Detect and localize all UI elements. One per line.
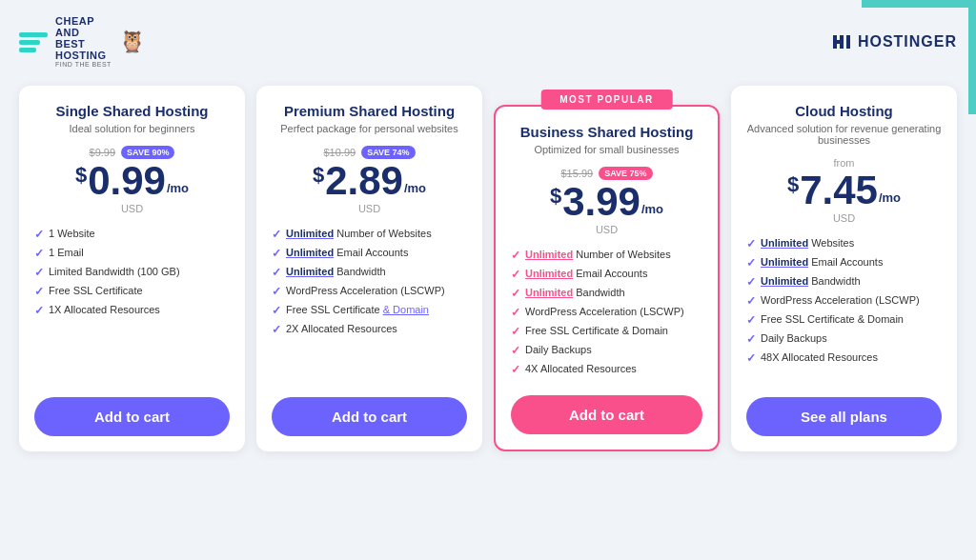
price-usd-cloud: USD xyxy=(746,212,942,224)
features-premium: ✓Unlimited Number of Websites ✓Unlimited… xyxy=(272,228,467,384)
original-price-premium: $10.99 xyxy=(323,147,356,158)
features-business: ✓Unlimited Number of Websites ✓Unlimited… xyxy=(511,249,702,382)
price-number-cloud: 7.45 xyxy=(800,170,878,210)
header: CHEAP AND BEST HOSTING FIND THE BEST 🦉 H… xyxy=(19,15,957,69)
price-usd-business: USD xyxy=(511,224,702,235)
add-to-cart-button-business[interactable]: Add to cart xyxy=(511,395,702,434)
plan-name-premium: Premium Shared Hosting xyxy=(272,103,467,119)
feature-item: ✓Unlimited Bandwidth xyxy=(272,266,467,279)
check-icon: ✓ xyxy=(34,228,44,241)
features-single: ✓1 Website ✓1 Email ✓Limited Bandwidth (… xyxy=(34,228,230,384)
price-mo-single: /mo xyxy=(167,181,189,201)
price-dollar-premium: $ xyxy=(313,165,324,186)
plan-name-business: Business Shared Hosting xyxy=(511,124,702,140)
check-icon: ✓ xyxy=(34,247,44,260)
feature-item: ✓Unlimited Bandwidth xyxy=(511,287,702,300)
check-icon: ✓ xyxy=(746,256,756,270)
hostinger-h-icon xyxy=(831,31,852,52)
plan-card-cloud: Cloud Hosting Advanced solution for reve… xyxy=(731,86,957,451)
plan-card-business: MOST POPULAR Business Shared Hosting Opt… xyxy=(494,105,720,451)
feature-item: ✓2X Allocated Resources xyxy=(272,323,467,336)
logo-area: CHEAP AND BEST HOSTING FIND THE BEST 🦉 xyxy=(19,15,145,69)
see-all-plans-button-cloud[interactable]: See all plans xyxy=(746,397,942,436)
plans-grid: Single Shared Hosting Ideal solution for… xyxy=(19,86,957,451)
pricing-premium: $10.99 SAVE 74% $ 2.89 /mo USD xyxy=(272,146,467,214)
check-icon: ✓ xyxy=(511,287,520,300)
feature-item: ✓48X Allocated Resources xyxy=(746,351,942,365)
plan-card-single: Single Shared Hosting Ideal solution for… xyxy=(19,86,245,451)
check-icon: ✓ xyxy=(746,294,756,308)
feature-item: ✓4X Allocated Resources xyxy=(511,363,702,376)
svg-rect-2 xyxy=(833,40,844,44)
check-icon: ✓ xyxy=(511,268,520,281)
check-icon: ✓ xyxy=(746,275,756,289)
price-number-business: 3.99 xyxy=(562,182,640,222)
pricing-cloud: from $ 7.45 /mo USD xyxy=(746,157,942,224)
check-icon: ✓ xyxy=(746,332,756,346)
check-icon: ✓ xyxy=(511,249,520,262)
feature-item: ✓Free SSL Certificate & Domain xyxy=(511,325,702,338)
svg-rect-3 xyxy=(846,35,850,49)
save-badge-premium: SAVE 74% xyxy=(361,146,415,159)
price-usd-single: USD xyxy=(34,203,230,214)
most-popular-badge: MOST POPULAR xyxy=(540,90,673,110)
price-mo-business: /mo xyxy=(641,202,663,222)
check-icon: ✓ xyxy=(746,351,756,365)
save-badge-single: SAVE 90% xyxy=(121,146,174,159)
logo-lines-icon xyxy=(19,32,48,52)
price-dollar-business: $ xyxy=(550,186,561,207)
feature-item: ✓Unlimited Email Accounts xyxy=(272,247,467,260)
check-icon: ✓ xyxy=(511,306,520,319)
features-cloud: ✓Unlimited Websites ✓Unlimited Email Acc… xyxy=(746,237,942,384)
price-number-premium: 2.89 xyxy=(325,161,403,201)
plan-name-single: Single Shared Hosting xyxy=(34,103,230,119)
price-usd-premium: USD xyxy=(272,203,467,214)
hostinger-logo: HOSTINGER xyxy=(831,31,957,52)
feature-item: ✓Unlimited Number of Websites xyxy=(511,249,702,262)
check-icon: ✓ xyxy=(34,266,44,279)
owl-icon: 🦉 xyxy=(119,30,145,54)
feature-item: ✓Free SSL Certificate & Domain xyxy=(746,313,942,327)
brand-text: CHEAP AND BEST HOSTING FIND THE BEST xyxy=(55,15,112,69)
feature-item: ✓1 Email xyxy=(34,247,230,260)
feature-item: ✓Unlimited Number of Websites xyxy=(272,228,467,241)
check-icon: ✓ xyxy=(511,363,520,376)
feature-item: ✓Limited Bandwidth (100 GB) xyxy=(34,266,230,279)
feature-item: ✓Unlimited Email Accounts xyxy=(746,256,942,270)
check-icon: ✓ xyxy=(272,304,281,317)
price-dollar-single: $ xyxy=(75,165,87,186)
original-price-business: $15.99 xyxy=(560,168,593,179)
original-price-single: $9.99 xyxy=(90,147,116,158)
feature-item: ✓Unlimited Email Accounts xyxy=(511,268,702,281)
check-icon: ✓ xyxy=(511,344,520,357)
pricing-single: $9.99 SAVE 90% $ 0.99 /mo USD xyxy=(34,146,230,214)
feature-item: ✓Unlimited Bandwidth xyxy=(746,275,942,289)
feature-item: ✓WordPress Acceleration (LSCWP) xyxy=(272,285,467,298)
check-icon: ✓ xyxy=(34,285,44,298)
plan-desc-business: Optimized for small businesses xyxy=(511,144,702,155)
check-icon: ✓ xyxy=(746,313,756,327)
check-icon: ✓ xyxy=(272,228,281,241)
add-to-cart-button-premium[interactable]: Add to cart xyxy=(272,397,467,436)
check-icon: ✓ xyxy=(272,323,281,336)
feature-item: ✓Free SSL Certificate & Domain xyxy=(272,304,467,317)
feature-item: ✓1X Allocated Resources xyxy=(34,304,230,317)
plan-card-premium: Premium Shared Hosting Perfect package f… xyxy=(256,86,482,451)
price-mo-premium: /mo xyxy=(404,181,426,201)
feature-item: ✓Unlimited Websites xyxy=(746,237,942,250)
plan-name-cloud: Cloud Hosting xyxy=(746,103,942,119)
add-to-cart-button-single[interactable]: Add to cart xyxy=(34,397,230,436)
pricing-business: $15.99 SAVE 75% $ 3.99 /mo USD xyxy=(511,167,702,235)
feature-item: ✓Daily Backups xyxy=(746,332,942,346)
plan-desc-single: Ideal solution for beginners xyxy=(34,123,230,134)
feature-item: ✓WordPress Acceleration (LSCWP) xyxy=(511,306,702,319)
feature-item-daily-backups: ✓Daily Backups xyxy=(511,344,702,357)
feature-item: ✓Free SSL Certificate xyxy=(34,285,230,298)
price-number-single: 0.99 xyxy=(88,161,166,201)
check-icon: ✓ xyxy=(746,237,756,250)
check-icon: ✓ xyxy=(272,285,281,298)
check-icon: ✓ xyxy=(511,325,520,338)
check-icon: ✓ xyxy=(272,247,281,260)
check-icon: ✓ xyxy=(272,266,281,279)
price-dollar-cloud: $ xyxy=(787,174,799,195)
